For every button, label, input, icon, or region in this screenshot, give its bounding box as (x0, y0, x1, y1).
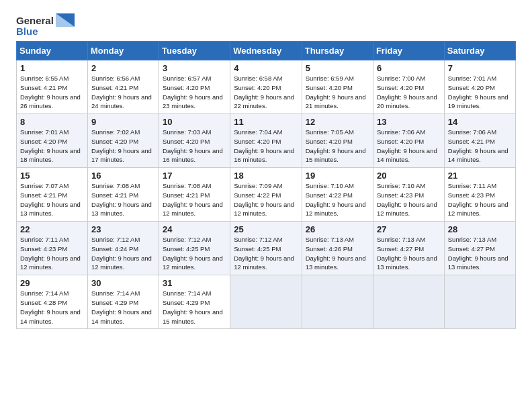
calendar-cell: 26Sunrise: 7:13 AMSunset: 4:26 PMDayligh… (302, 222, 373, 275)
day-info: Sunrise: 7:00 AMSunset: 4:20 PMDaylight:… (377, 74, 441, 111)
calendar-cell: 30Sunrise: 7:14 AMSunset: 4:29 PMDayligh… (88, 275, 159, 329)
calendar-cell: 20Sunrise: 7:10 AMSunset: 4:23 PMDayligh… (373, 168, 444, 222)
calendar-week-row: 15Sunrise: 7:07 AMSunset: 4:21 PMDayligh… (17, 168, 516, 222)
day-number: 22 (20, 224, 84, 234)
day-info: Sunrise: 7:06 AMSunset: 4:21 PMDaylight:… (448, 128, 512, 165)
day-number: 31 (163, 278, 226, 288)
day-info: Sunrise: 7:14 AMSunset: 4:29 PMDaylight:… (163, 289, 226, 326)
day-number: 5 (306, 63, 369, 73)
calendar-cell: 10Sunrise: 7:03 AMSunset: 4:20 PMDayligh… (159, 114, 230, 168)
calendar-cell: 7Sunrise: 7:01 AMSunset: 4:20 PMDaylight… (444, 60, 515, 114)
calendar-cell: 1Sunrise: 6:55 AMSunset: 4:21 PMDaylight… (17, 60, 88, 114)
calendar-cell: 9Sunrise: 7:02 AMSunset: 4:20 PMDaylight… (88, 114, 159, 168)
day-number: 26 (306, 224, 369, 234)
calendar-cell: 29Sunrise: 7:14 AMSunset: 4:28 PMDayligh… (17, 275, 88, 329)
calendar-table: SundayMondayTuesdayWednesdayThursdayFrid… (16, 41, 516, 329)
day-info: Sunrise: 7:11 AMSunset: 4:23 PMDaylight:… (20, 235, 84, 272)
day-number: 14 (448, 117, 512, 127)
day-info: Sunrise: 6:55 AMSunset: 4:21 PMDaylight:… (20, 74, 84, 111)
day-number: 2 (91, 63, 155, 73)
header-wednesday: Wednesday (230, 42, 302, 60)
day-info: Sunrise: 7:10 AMSunset: 4:22 PMDaylight:… (306, 181, 369, 218)
day-number: 19 (306, 171, 369, 181)
day-number: 9 (91, 117, 155, 127)
calendar-cell: 17Sunrise: 7:08 AMSunset: 4:21 PMDayligh… (159, 168, 230, 222)
day-number: 27 (377, 224, 441, 234)
calendar-cell: 3Sunrise: 6:57 AMSunset: 4:20 PMDaylight… (159, 60, 230, 114)
calendar-cell: 8Sunrise: 7:01 AMSunset: 4:20 PMDaylight… (17, 114, 88, 168)
day-info: Sunrise: 7:12 AMSunset: 4:25 PMDaylight:… (234, 235, 298, 272)
day-info: Sunrise: 7:11 AMSunset: 4:23 PMDaylight:… (448, 181, 512, 218)
day-number: 4 (234, 63, 298, 73)
day-number: 10 (163, 117, 226, 127)
logo-triangle-icon (56, 13, 75, 27)
day-number: 13 (377, 117, 441, 127)
day-info: Sunrise: 7:05 AMSunset: 4:20 PMDaylight:… (306, 128, 369, 165)
calendar-week-row: 8Sunrise: 7:01 AMSunset: 4:20 PMDaylight… (17, 114, 516, 168)
day-number: 20 (377, 171, 441, 181)
day-info: Sunrise: 7:01 AMSunset: 4:20 PMDaylight:… (448, 74, 512, 111)
calendar-cell: 6Sunrise: 7:00 AMSunset: 4:20 PMDaylight… (373, 60, 444, 114)
day-info: Sunrise: 7:03 AMSunset: 4:20 PMDaylight:… (163, 128, 226, 165)
day-info: Sunrise: 7:14 AMSunset: 4:29 PMDaylight:… (91, 289, 155, 326)
logo-text-general: General (16, 15, 54, 26)
calendar-week-row: 1Sunrise: 6:55 AMSunset: 4:21 PMDaylight… (17, 60, 516, 114)
calendar-cell: 13Sunrise: 7:06 AMSunset: 4:20 PMDayligh… (373, 114, 444, 168)
calendar-cell: 23Sunrise: 7:12 AMSunset: 4:24 PMDayligh… (88, 222, 159, 275)
calendar-cell: 5Sunrise: 6:59 AMSunset: 4:20 PMDaylight… (302, 60, 373, 114)
header-tuesday: Tuesday (159, 42, 230, 60)
calendar-cell (444, 275, 515, 329)
day-number: 12 (306, 117, 369, 127)
calendar-cell: 31Sunrise: 7:14 AMSunset: 4:29 PMDayligh… (159, 275, 230, 329)
day-info: Sunrise: 7:13 AMSunset: 4:27 PMDaylight:… (377, 235, 441, 272)
calendar-cell: 4Sunrise: 6:58 AMSunset: 4:20 PMDaylight… (230, 60, 302, 114)
calendar-cell: 28Sunrise: 7:13 AMSunset: 4:27 PMDayligh… (444, 222, 515, 275)
day-info: Sunrise: 7:12 AMSunset: 4:24 PMDaylight:… (91, 235, 155, 272)
calendar-cell: 18Sunrise: 7:09 AMSunset: 4:22 PMDayligh… (230, 168, 302, 222)
calendar-cell: 11Sunrise: 7:04 AMSunset: 4:20 PMDayligh… (230, 114, 302, 168)
day-info: Sunrise: 7:02 AMSunset: 4:20 PMDaylight:… (91, 128, 155, 165)
day-info: Sunrise: 6:59 AMSunset: 4:20 PMDaylight:… (306, 74, 369, 111)
calendar-header-row: SundayMondayTuesdayWednesdayThursdayFrid… (17, 42, 516, 60)
header-sunday: Sunday (17, 42, 88, 60)
header-thursday: Thursday (302, 42, 373, 60)
day-info: Sunrise: 7:01 AMSunset: 4:20 PMDaylight:… (20, 128, 84, 165)
day-info: Sunrise: 7:08 AMSunset: 4:21 PMDaylight:… (163, 181, 226, 218)
calendar-cell: 12Sunrise: 7:05 AMSunset: 4:20 PMDayligh… (302, 114, 373, 168)
day-info: Sunrise: 7:04 AMSunset: 4:20 PMDaylight:… (234, 128, 298, 165)
calendar-cell: 27Sunrise: 7:13 AMSunset: 4:27 PMDayligh… (373, 222, 444, 275)
day-info: Sunrise: 7:14 AMSunset: 4:28 PMDaylight:… (20, 289, 84, 326)
day-number: 17 (163, 171, 226, 181)
day-info: Sunrise: 7:13 AMSunset: 4:26 PMDaylight:… (306, 235, 369, 272)
day-info: Sunrise: 7:12 AMSunset: 4:25 PMDaylight:… (163, 235, 226, 272)
day-info: Sunrise: 7:06 AMSunset: 4:20 PMDaylight:… (377, 128, 441, 165)
day-number: 6 (377, 63, 441, 73)
calendar-cell: 15Sunrise: 7:07 AMSunset: 4:21 PMDayligh… (17, 168, 88, 222)
day-info: Sunrise: 7:09 AMSunset: 4:22 PMDaylight:… (234, 181, 298, 218)
day-number: 11 (234, 117, 298, 127)
day-number: 15 (20, 171, 84, 181)
calendar-cell (373, 275, 444, 329)
calendar-cell: 25Sunrise: 7:12 AMSunset: 4:25 PMDayligh… (230, 222, 302, 275)
calendar-cell: 14Sunrise: 7:06 AMSunset: 4:21 PMDayligh… (444, 114, 515, 168)
day-info: Sunrise: 6:56 AMSunset: 4:21 PMDaylight:… (91, 74, 155, 111)
day-info: Sunrise: 7:08 AMSunset: 4:21 PMDaylight:… (91, 181, 155, 218)
day-number: 30 (91, 278, 155, 288)
calendar-cell: 24Sunrise: 7:12 AMSunset: 4:25 PMDayligh… (159, 222, 230, 275)
calendar-cell (302, 275, 373, 329)
header-friday: Friday (373, 42, 444, 60)
calendar-week-row: 22Sunrise: 7:11 AMSunset: 4:23 PMDayligh… (17, 222, 516, 275)
header-saturday: Saturday (444, 42, 515, 60)
day-number: 25 (234, 224, 298, 234)
day-info: Sunrise: 7:13 AMSunset: 4:27 PMDaylight:… (448, 235, 512, 272)
day-info: Sunrise: 6:58 AMSunset: 4:20 PMDaylight:… (234, 74, 298, 111)
calendar-cell: 16Sunrise: 7:08 AMSunset: 4:21 PMDayligh… (88, 168, 159, 222)
header-monday: Monday (88, 42, 159, 60)
day-number: 8 (20, 117, 84, 127)
day-number: 23 (91, 224, 155, 234)
day-number: 21 (448, 171, 512, 181)
day-info: Sunrise: 7:10 AMSunset: 4:23 PMDaylight:… (377, 181, 441, 218)
day-number: 24 (163, 224, 226, 234)
logo: General Blue (16, 13, 75, 37)
calendar-cell: 22Sunrise: 7:11 AMSunset: 4:23 PMDayligh… (17, 222, 88, 275)
